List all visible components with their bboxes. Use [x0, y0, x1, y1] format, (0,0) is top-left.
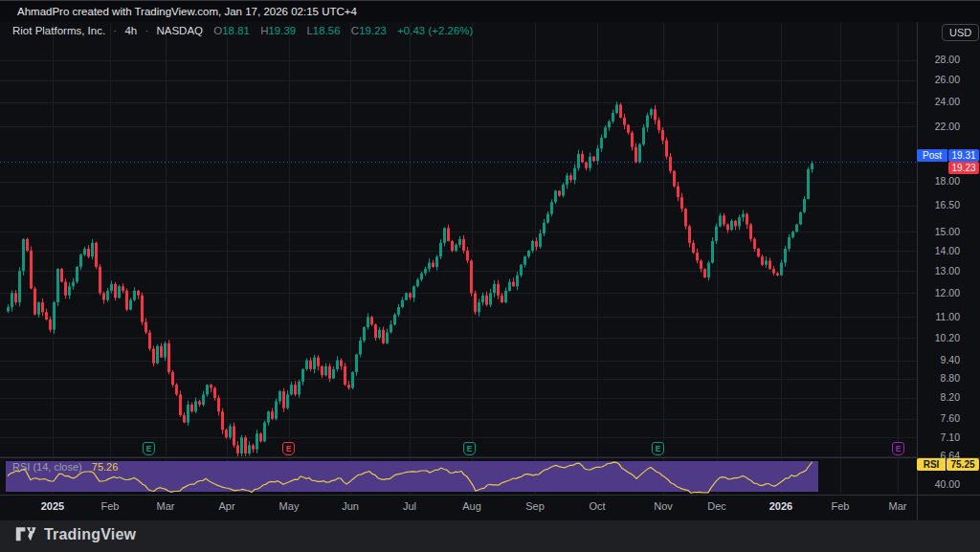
price-tick-label: 7.10	[917, 431, 970, 443]
currency-button[interactable]: USD	[942, 24, 979, 41]
rsi-axis-badge: RSI	[917, 458, 946, 471]
open-value: 18.81	[222, 25, 250, 36]
price-tick-label: 8.80	[917, 372, 970, 384]
time-tick-label: Jul	[389, 500, 431, 512]
last-price-badge: 19.23	[948, 162, 979, 174]
symbol-legend[interactable]: Riot Platforms, Inc. · 4h · NASDAQ O18.8…	[12, 25, 473, 36]
high-value: 19.39	[268, 25, 296, 36]
symbol-exchange[interactable]: NASDAQ	[156, 25, 203, 36]
post-price-value-badge: 19.31	[948, 149, 979, 162]
price-tick-label: 28.00	[917, 54, 970, 65]
time-tick-label: Oct	[576, 500, 618, 512]
tradingview-logo[interactable]: TradingView	[15, 526, 136, 543]
time-tick-label: Dec	[696, 500, 738, 512]
price-tick-label: 26.00	[917, 74, 970, 85]
price-tick-label: 24.00	[917, 96, 970, 107]
close-value: 19.23	[359, 25, 387, 36]
footer-bar: TradingView	[0, 520, 980, 552]
price-tick-label: 14.00	[917, 245, 970, 256]
rsi-legend[interactable]: RSI (14, close) 75.26	[12, 461, 118, 473]
close-label: C	[351, 25, 359, 36]
earnings-icon[interactable]: E	[463, 442, 476, 455]
rsi-legend-title[interactable]: RSI (14, close)	[12, 461, 82, 473]
rsi-legend-value: 75.26	[92, 461, 119, 473]
price-tick-label: 11.00	[917, 311, 970, 322]
time-tick-label: Sep	[514, 500, 556, 512]
chart-canvas[interactable]	[0, 1, 980, 552]
earnings-icon[interactable]: E	[143, 442, 155, 455]
time-tick-label: Mar	[145, 500, 187, 512]
legend-separator: ·	[145, 25, 148, 36]
time-tick-label: Mar	[877, 500, 919, 512]
time-tick-label: 2026	[760, 500, 802, 512]
tradingview-logo-icon	[15, 526, 37, 543]
price-tick-label: 10.20	[917, 332, 970, 343]
low-value: 18.56	[313, 25, 341, 36]
attribution-bar: AhmadPro created with TradingView.com, J…	[0, 1, 980, 22]
legend-separator: ·	[113, 25, 117, 36]
time-tick-label: Aug	[451, 500, 493, 512]
open-label: O	[213, 25, 222, 36]
price-tick-label: 18.00	[917, 175, 970, 187]
price-tick-label: 22.00	[917, 121, 970, 132]
earnings-icon[interactable]: E	[282, 442, 295, 455]
time-tick-label: Nov	[642, 500, 684, 512]
earnings-icon[interactable]: E	[652, 442, 664, 455]
price-tick-label: 16.50	[917, 199, 970, 210]
price-tick-label: 15.00	[917, 226, 970, 237]
time-tick-label: 2025	[32, 500, 74, 512]
time-tick-label: Jun	[329, 500, 371, 512]
change-value: +0.43 (+2.26%)	[397, 25, 473, 36]
symbol-title[interactable]: Riot Platforms, Inc.	[12, 25, 105, 36]
price-tick-label: 7.60	[917, 412, 970, 424]
price-tick-label: 13.00	[917, 265, 970, 276]
tradingview-chart-window: AhmadPro created with TradingView.com, J…	[0, 0, 980, 552]
tradingview-logo-text: TradingView	[44, 526, 136, 543]
symbol-interval[interactable]: 4h	[124, 25, 137, 36]
earnings-icon[interactable]: E	[892, 442, 904, 455]
time-tick-label: Feb	[89, 500, 131, 512]
time-tick-label: Apr	[206, 500, 248, 512]
time-tick-label: Feb	[819, 500, 861, 512]
rsi-level-label: 40.00	[917, 478, 970, 490]
price-tick-label: 12.00	[917, 287, 970, 298]
time-tick-label: May	[268, 500, 310, 512]
post-session-badge: Post	[917, 149, 947, 162]
price-tick-label: 9.40	[917, 354, 970, 365]
price-tick-label: 8.20	[917, 391, 970, 403]
rsi-axis-value-badge: 75.25	[947, 458, 979, 471]
